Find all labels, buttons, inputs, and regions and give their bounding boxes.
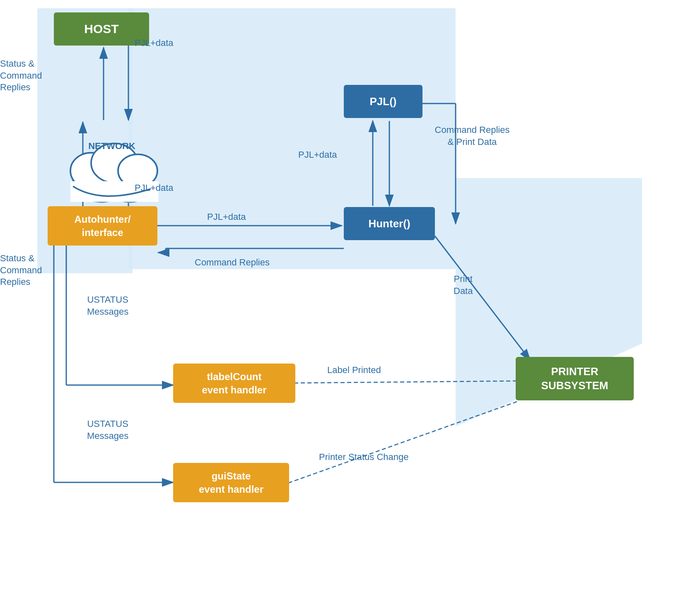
label-cmd-replies-bottom: Command Replies — [195, 257, 270, 269]
label-pjl-data-top: PJL+data — [135, 37, 174, 49]
label-status-cmd-top: Status &CommandReplies — [0, 58, 81, 94]
label-print-data: PrintData — [454, 273, 473, 297]
network-label: NETWORK — [88, 141, 135, 152]
label-label-printed: Label Printed — [327, 364, 381, 376]
svg-line-23 — [295, 381, 517, 383]
tlabelcount-box: tlabelCount event handler — [173, 364, 295, 403]
label-printer-status: Printer Status Change — [319, 451, 408, 463]
autohunter-box: Autohunter/ interface — [48, 206, 157, 246]
label-pjl-data-pjl: PJL+data — [298, 149, 337, 161]
pjl-box: PJL() — [344, 85, 422, 118]
architecture-diagram: HOST NETWORK PJL() Hunter() — [0, 0, 700, 607]
network-cloud: NETWORK — [60, 124, 164, 207]
label-ustatus-top: USTATUSMessages — [87, 294, 128, 318]
label-pjl-data-hunter: PJL+data — [207, 211, 246, 223]
printer-subsystem-box: PRINTER SUBSYSTEM — [516, 357, 634, 400]
svg-line-24 — [290, 402, 517, 482]
label-status-cmd-mid: Status &CommandReplies — [0, 253, 81, 288]
label-ustatus-bottom: USTATUSMessages — [87, 418, 128, 442]
hunter-box: Hunter() — [344, 207, 435, 240]
label-cmd-replies-print: Command Replies& Print Data — [427, 124, 518, 148]
label-pjl-data-mid: PJL+data — [135, 182, 174, 194]
guistate-box: guiState event handler — [173, 463, 289, 502]
svg-line-18 — [435, 236, 530, 360]
